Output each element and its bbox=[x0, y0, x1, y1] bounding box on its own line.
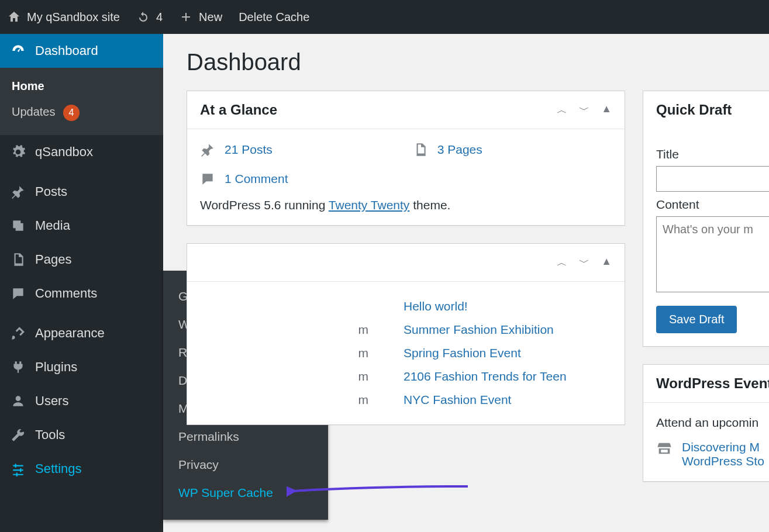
adminbar-new-label: New bbox=[199, 11, 222, 24]
adminbar-site-name: My qSandbox site bbox=[27, 11, 120, 24]
menu-media-label: Media bbox=[35, 218, 70, 233]
updates-badge: 4 bbox=[63, 105, 80, 121]
theme-link[interactable]: Twenty Twenty bbox=[329, 198, 410, 212]
wp-version-line: WordPress 5.6 running Twenty Twenty them… bbox=[200, 198, 612, 212]
activity-header[interactable]: Activity ︿ ﹀ ▲ bbox=[187, 244, 625, 282]
activity-link[interactable]: 2106 Fashion Trends for Teen bbox=[404, 369, 567, 384]
event-line1: Discovering M bbox=[682, 440, 764, 454]
submenu-updates[interactable]: Updates 4 bbox=[0, 99, 163, 127]
menu-users-label: Users bbox=[35, 393, 68, 409]
admin-sidebar: Dashboard Home Updates 4 qSandbox Posts … bbox=[0, 34, 163, 532]
move-down-icon[interactable]: ﹀ bbox=[579, 103, 589, 117]
activity-time: m bbox=[287, 346, 368, 360]
title-input[interactable] bbox=[656, 166, 769, 192]
move-up-icon[interactable]: ︿ bbox=[557, 255, 567, 270]
glance-comments[interactable]: 1 Comment bbox=[200, 171, 612, 186]
at-a-glance-header[interactable]: At a Glance ︿ ﹀ ▲ bbox=[187, 91, 625, 129]
menu-comments[interactable]: Comments bbox=[0, 277, 163, 310]
running-prefix: WordPress 5.6 running bbox=[200, 198, 329, 212]
gear-icon bbox=[11, 144, 26, 160]
activity-row: m Spring Fashion Event bbox=[287, 341, 612, 365]
quick-draft-box: Quick Draft Title Content Save Draft bbox=[643, 91, 769, 347]
menu-media[interactable]: Media bbox=[0, 209, 163, 243]
activity-time bbox=[287, 299, 368, 313]
media-icon bbox=[11, 218, 26, 233]
at-a-glance-box: At a Glance ︿ ﹀ ▲ 21 Posts bbox=[187, 91, 625, 226]
glance-pages[interactable]: 3 Pages bbox=[413, 142, 482, 157]
activity-row: m 2106 Fashion Trends for Teen bbox=[287, 365, 612, 388]
adminbar-site-link[interactable]: My qSandbox site bbox=[7, 10, 120, 24]
menu-qsandbox[interactable]: qSandbox bbox=[0, 135, 163, 169]
user-icon bbox=[11, 393, 26, 409]
activity-time: m bbox=[287, 369, 368, 384]
save-draft-button[interactable]: Save Draft bbox=[656, 306, 737, 333]
home-icon bbox=[7, 10, 21, 24]
wrench-icon bbox=[11, 427, 26, 443]
menu-appearance[interactable]: Appearance bbox=[0, 316, 163, 350]
refresh-icon bbox=[136, 10, 150, 24]
box-controls: ︿ ﹀ ▲ bbox=[557, 255, 612, 270]
admin-bar: My qSandbox site 4 New Delete Cache bbox=[0, 0, 769, 34]
activity-row: m Summer Fashion Exhibition bbox=[287, 318, 612, 341]
plug-icon bbox=[11, 360, 26, 375]
comment-icon bbox=[200, 171, 215, 186]
pages-icon bbox=[413, 142, 428, 157]
move-up-icon[interactable]: ︿ bbox=[557, 103, 567, 117]
content-label: Content bbox=[656, 198, 769, 212]
store-icon bbox=[656, 440, 673, 457]
menu-plugins[interactable]: Plugins bbox=[0, 350, 163, 384]
dashboard-submenu: Home Updates 4 bbox=[0, 68, 163, 135]
quick-draft-heading: Quick Draft bbox=[656, 102, 732, 118]
submenu-updates-label: Updates bbox=[12, 105, 56, 118]
glance-posts-text: 21 Posts bbox=[225, 143, 273, 157]
events-heading: WordPress Events bbox=[656, 375, 769, 392]
menu-pages[interactable]: Pages bbox=[0, 243, 163, 277]
brush-icon bbox=[11, 326, 26, 341]
content-textarea[interactable] bbox=[656, 216, 769, 292]
glance-posts[interactable]: 21 Posts bbox=[200, 142, 273, 157]
events-box: WordPress Events Attend an upcomin Disco… bbox=[643, 364, 769, 482]
adminbar-delete-cache-label: Delete Cache bbox=[239, 11, 309, 24]
activity-link[interactable]: Summer Fashion Exhibition bbox=[404, 323, 554, 337]
title-label: Title bbox=[656, 147, 769, 161]
event-text: Discovering M WordPress Sto bbox=[682, 440, 764, 468]
events-header[interactable]: WordPress Events bbox=[643, 365, 769, 403]
submenu-home[interactable]: Home bbox=[0, 74, 163, 99]
menu-qsandbox-label: qSandbox bbox=[35, 144, 93, 160]
activity-time: m bbox=[287, 323, 368, 337]
menu-tools[interactable]: Tools bbox=[0, 418, 163, 452]
quick-draft-header[interactable]: Quick Draft bbox=[643, 91, 769, 129]
adminbar-updates-count: 4 bbox=[156, 11, 163, 24]
activity-row: m NYC Fashion Event bbox=[287, 388, 612, 412]
glance-pages-text: 3 Pages bbox=[437, 143, 482, 157]
at-a-glance-heading: At a Glance bbox=[200, 102, 277, 118]
activity-box: Activity ︿ ﹀ ▲ Hello world! m Summer Fas… bbox=[187, 243, 625, 425]
box-controls: ︿ ﹀ ▲ bbox=[557, 103, 612, 117]
menu-dashboard[interactable]: Dashboard bbox=[0, 34, 163, 68]
toggle-icon[interactable]: ▲ bbox=[601, 103, 612, 117]
event-item[interactable]: Discovering M WordPress Sto bbox=[656, 440, 769, 468]
menu-tools-label: Tools bbox=[35, 427, 65, 443]
menu-posts[interactable]: Posts bbox=[0, 175, 163, 209]
adminbar-new[interactable]: New bbox=[179, 10, 222, 24]
activity-link[interactable]: Hello world! bbox=[404, 299, 468, 313]
menu-posts-label: Posts bbox=[35, 184, 67, 199]
activity-time: m bbox=[287, 393, 368, 407]
move-down-icon[interactable]: ﹀ bbox=[579, 255, 589, 270]
menu-plugins-label: Plugins bbox=[35, 360, 77, 375]
activity-link[interactable]: NYC Fashion Event bbox=[404, 393, 511, 407]
sliders-icon bbox=[11, 461, 26, 476]
toggle-icon[interactable]: ▲ bbox=[601, 255, 612, 270]
comment-icon bbox=[11, 286, 26, 301]
content-area: Dashboard At a Glance ︿ ﹀ ▲ bbox=[163, 34, 769, 532]
menu-settings[interactable]: Settings bbox=[0, 452, 163, 486]
menu-pages-label: Pages bbox=[35, 252, 71, 267]
activity-link[interactable]: Spring Fashion Event bbox=[404, 346, 521, 360]
menu-appearance-label: Appearance bbox=[35, 326, 105, 341]
menu-users[interactable]: Users bbox=[0, 384, 163, 418]
adminbar-delete-cache[interactable]: Delete Cache bbox=[239, 11, 309, 24]
menu-comments-label: Comments bbox=[35, 286, 97, 301]
activity-row: Hello world! bbox=[287, 295, 612, 318]
pin-icon bbox=[200, 142, 215, 157]
adminbar-updates[interactable]: 4 bbox=[136, 10, 163, 24]
